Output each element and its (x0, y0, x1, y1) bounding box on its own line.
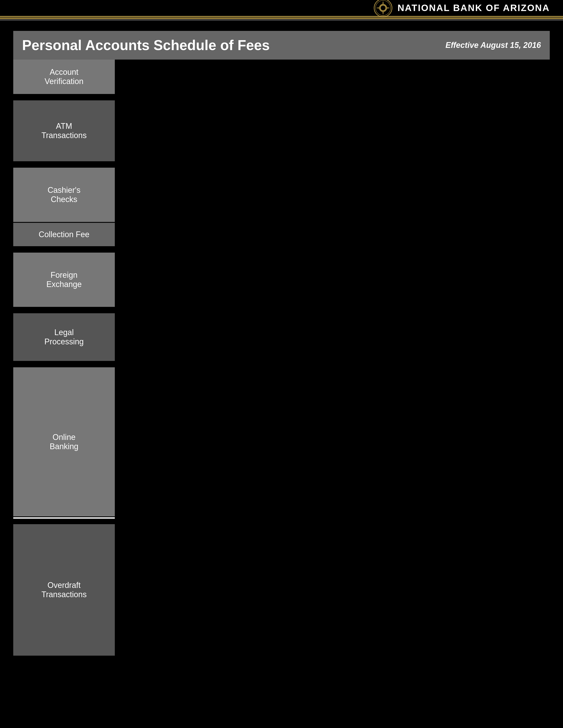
content-area: AccountVerification ATMTransactions Cash… (13, 60, 550, 677)
sidebar-item-collection-fee[interactable]: Collection Fee (13, 223, 115, 247)
gap4 (13, 308, 115, 313)
sidebar-item-atm-transactions[interactable]: ATMTransactions (13, 100, 115, 162)
sidebar-item-cashiers-checks[interactable]: Cashier'sChecks (13, 168, 115, 223)
header: NATIONAL BANK OF ARIZONA (0, 0, 563, 18)
svg-point-3 (381, 6, 386, 10)
bank-logo-icon (373, 0, 393, 18)
gap1 (13, 95, 115, 100)
page-content: Personal Accounts Schedule of Fees Effec… (0, 18, 563, 724)
sidebar-item-foreign-exchange[interactable]: ForeignExchange (13, 253, 115, 308)
gap5 (13, 362, 115, 367)
effective-date: Effective August 15, 2016 (446, 41, 541, 50)
sidebar-item-label: AccountVerification (45, 68, 83, 86)
sidebar-item-account-verification[interactable]: AccountVerification (13, 60, 115, 95)
sidebar-item-online-banking[interactable]: OnlineBanking (13, 367, 115, 517)
sidebar-item-label: Cashier'sChecks (48, 186, 81, 204)
sidebar-item-label: OnlineBanking (50, 433, 78, 451)
sidebar-item-label: LegalProcessing (44, 328, 84, 346)
logo-area: NATIONAL BANK OF ARIZONA (373, 0, 550, 18)
main-content (115, 60, 550, 677)
sidebar-item-label: OverdraftTransactions (41, 581, 87, 599)
sidebar-item-label: ATMTransactions (41, 122, 87, 140)
title-bar: Personal Accounts Schedule of Fees Effec… (13, 31, 550, 60)
sidebar-item-legal-processing[interactable]: LegalProcessing (13, 313, 115, 362)
gap2 (13, 162, 115, 168)
sidebar-item-label: Collection Fee (39, 230, 89, 239)
sidebar-item-overdraft-transactions[interactable]: OverdraftTransactions (13, 524, 115, 657)
gap6 (13, 519, 115, 524)
page-title: Personal Accounts Schedule of Fees (22, 37, 270, 53)
sidebar: AccountVerification ATMTransactions Cash… (13, 60, 115, 657)
sidebar-item-label: ForeignExchange (46, 270, 82, 289)
bank-name: NATIONAL BANK OF ARIZONA (398, 3, 550, 13)
gap3 (13, 247, 115, 253)
